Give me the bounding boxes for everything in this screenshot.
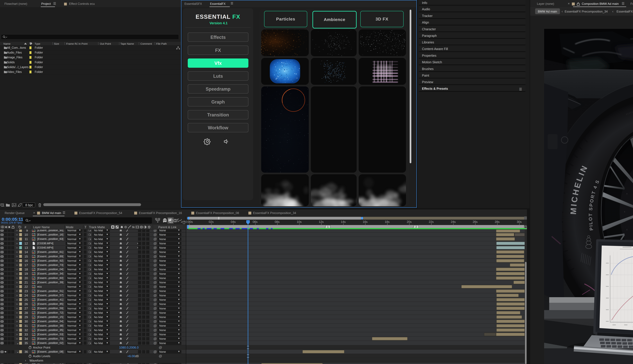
svg-text:1: 1 <box>327 226 328 228</box>
svg-text:fx: fx <box>132 226 135 229</box>
svg-text:2: 2 <box>415 226 417 228</box>
